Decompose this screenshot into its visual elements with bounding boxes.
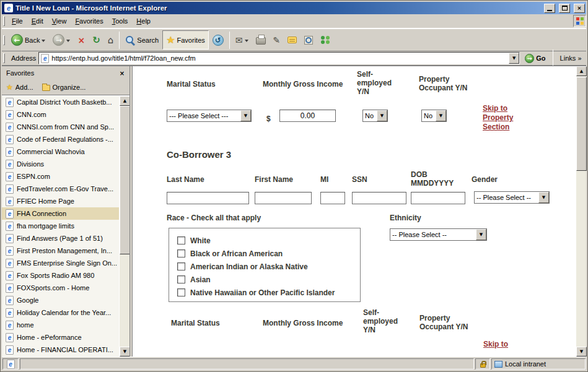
organize-favorites-label: Organize... [53, 84, 86, 91]
sidebar-scrollbar[interactable]: ▲ ▼ [119, 96, 129, 357]
back-dropdown-icon[interactable] [42, 40, 45, 44]
messenger-button[interactable] [317, 30, 335, 50]
race-checkbox[interactable] [177, 288, 185, 296]
favorites-item[interactable]: e FHA Connection [2, 207, 119, 220]
favorites-item[interactable]: e Capital District Youth Basketb... [2, 96, 119, 108]
favorites-item-label: ESPN.com [17, 173, 50, 180]
forward-button[interactable]: → [49, 30, 74, 50]
refresh-button[interactable]: ↻ [89, 30, 104, 50]
mail-button[interactable]: ✉ [232, 30, 252, 50]
ie-favicon: e [6, 271, 14, 280]
favorites-item[interactable]: e Home - FINANCIAL OPERATI... [2, 344, 119, 356]
favorites-item-label: FOXSports.com - Home [17, 284, 89, 292]
marital-status-select[interactable]: --- Please Select --- ▼ [167, 110, 252, 122]
toolbar-grip[interactable] [3, 35, 5, 45]
forward-dropdown-icon[interactable] [66, 40, 70, 44]
property-occupant-select[interactable]: No ▼ [421, 110, 447, 122]
favorites-item[interactable]: e FedTraveler.com E-Gov Trave... [2, 183, 119, 195]
dob-input[interactable] [411, 192, 465, 204]
menu-file[interactable]: File [7, 15, 27, 27]
add-favorite-button[interactable]: ★ Add... [6, 83, 33, 92]
home-button[interactable]: ⌂ [104, 30, 118, 50]
go-button[interactable]: → Go [522, 54, 548, 63]
favorites-item[interactable]: e First Preston Management, In... [2, 244, 119, 257]
organize-favorites-button[interactable]: Organize... [42, 84, 86, 91]
address-grip[interactable] [3, 53, 5, 63]
property-occupant-header: Property Occupant Y/N [419, 75, 488, 92]
search-button[interactable]: Search [121, 30, 162, 50]
favorites-item[interactable]: e FFIEC Home Page [2, 195, 119, 207]
main-scrollbar-thumb[interactable] [576, 77, 587, 171]
toolbar-separator [119, 32, 120, 49]
scroll-up-icon[interactable]: ▲ [120, 96, 129, 106]
menu-help[interactable]: Help [132, 15, 155, 27]
back-button[interactable]: ← Back [7, 30, 49, 50]
main-scrollbar[interactable]: ▲ ▼ [576, 66, 586, 357]
address-dropdown-icon[interactable]: ▼ [509, 53, 519, 64]
minimize-icon [547, 10, 552, 11]
favorites-item[interactable]: e Holiday Calendar for the Year... [2, 306, 119, 319]
menu-view[interactable]: View [48, 15, 71, 27]
menu-favorites[interactable]: Favorites [71, 15, 107, 27]
edit-button[interactable]: ✎ [270, 30, 284, 50]
last-name-input[interactable] [167, 192, 249, 204]
favorites-item[interactable]: e fha mortgage limits [2, 220, 119, 232]
history-button[interactable]: ↺ [209, 30, 227, 50]
scroll-down-icon[interactable]: ▼ [576, 347, 587, 357]
maximize-button[interactable] [559, 4, 570, 13]
favorites-item[interactable]: e CNNSI.com from CNN and Sp... [2, 121, 119, 133]
favorites-item[interactable]: e home [2, 319, 119, 331]
monthly-income-input[interactable] [279, 110, 336, 122]
favorites-item[interactable]: e Find Answers (Page 1 of 51) [2, 232, 119, 244]
print-icon [256, 37, 266, 45]
skip-to-property-link-partial[interactable]: Skip to Property Section [483, 340, 514, 350]
menu-grip[interactable] [3, 16, 5, 26]
discuss-button[interactable] [284, 30, 301, 50]
self-employed-select[interactable]: No ▼ [362, 110, 388, 122]
menu-edit[interactable]: Edit [27, 15, 48, 27]
favorites-item[interactable]: e ESPN.com [2, 170, 119, 183]
gender-select[interactable]: -- Please Select -- ▼ [474, 191, 550, 204]
scroll-down-icon[interactable]: ▼ [120, 347, 129, 357]
skip-to-property-link[interactable]: Skip to Property Section [483, 104, 513, 132]
research-button[interactable] [301, 30, 317, 50]
favorites-button[interactable]: ★ Favorites [162, 30, 209, 50]
ssn-input[interactable] [352, 192, 406, 204]
favorites-item[interactable]: e CNN.com [2, 108, 119, 121]
co-borrower-title: Co-Borrower 3 [167, 149, 231, 160]
mail-dropdown-icon[interactable] [245, 40, 248, 44]
favorites-item[interactable]: e FMS Enterprise Single Sign On... [2, 257, 119, 269]
race-option: Asian [177, 273, 360, 286]
links-button[interactable]: Links » [558, 54, 584, 63]
race-checkbox[interactable] [177, 236, 185, 244]
stop-button[interactable]: × [74, 30, 89, 50]
favorites-item[interactable]: e FOXSports.com - Home [2, 282, 119, 294]
go-icon: → [525, 54, 534, 63]
scroll-up-icon[interactable]: ▲ [576, 66, 587, 76]
first-name-input[interactable] [255, 192, 312, 204]
favorites-item[interactable]: e Commercial Wachovia [2, 145, 119, 158]
favorites-item-label: CNNSI.com from CNN and Sp... [17, 123, 114, 131]
race-checkbox[interactable] [177, 262, 185, 270]
ie-favicon: e [6, 160, 14, 169]
favorites-item[interactable]: e Fox Sports Radio AM 980 [2, 269, 119, 282]
favorites-item[interactable]: e Code of Federal Regulations -... [2, 133, 119, 145]
address-input[interactable]: e https://entp.hud.gov/title1/html/f72lo… [38, 52, 520, 64]
sidebar-scrollbar-thumb[interactable] [120, 106, 129, 254]
close-button[interactable]: × [574, 4, 585, 13]
links-chevron-icon: » [577, 54, 582, 63]
print-button[interactable] [252, 30, 270, 50]
ethnicity-select[interactable]: -- Please Select -- ▼ [390, 228, 487, 241]
favorites-item[interactable]: e Home - ePeformance [2, 331, 119, 344]
mi-input[interactable] [320, 192, 345, 204]
status-message [20, 358, 474, 370]
race-checkbox[interactable] [177, 249, 185, 257]
menu-tools[interactable]: Tools [108, 15, 133, 27]
race-checkbox[interactable] [177, 275, 185, 283]
favorites-item[interactable]: e Divisions [2, 158, 119, 170]
favorites-item[interactable]: e Google [2, 294, 119, 306]
favorites-close-button[interactable]: × [117, 69, 127, 78]
race-option: Native Hawaiian or Other Pacific Islande… [177, 286, 360, 299]
ie-favicon: e [6, 197, 14, 206]
minimize-button[interactable] [544, 4, 555, 13]
